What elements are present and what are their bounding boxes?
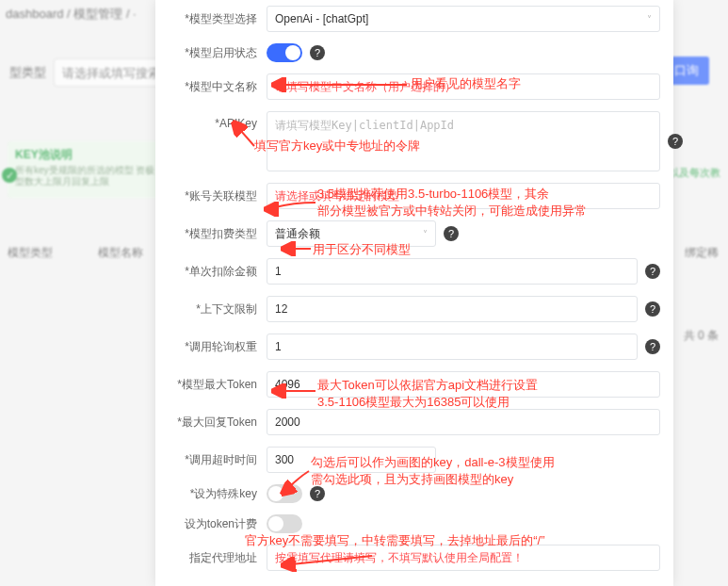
label-special-key: *设为特殊key <box>155 486 267 502</box>
model-type-value: OpenAi - [chatGpt] <box>275 12 368 25</box>
help-icon[interactable]: ? <box>645 301 660 317</box>
help-icon[interactable]: ? <box>645 264 660 279</box>
bg-notice-title: KEY池说明 <box>15 147 156 163</box>
label-weight: *调用轮询权重 <box>155 339 267 355</box>
label-per-deduct: *单次扣除金额 <box>155 264 267 280</box>
chevron-down-icon: ˅ <box>423 229 428 239</box>
bg-notice: ✓ KEY池说明 所有key受规限的所选的模型 资极型数大上限月回复上限 <box>8 141 164 198</box>
per-deduct-input[interactable] <box>267 258 638 285</box>
label-fee-type: *模型扣费类型 <box>155 226 267 242</box>
help-icon[interactable]: ? <box>310 486 325 501</box>
label-cn-name: *模型中文名称 <box>155 79 267 95</box>
label-max-reply-token: *最大回复Token <box>155 415 267 431</box>
label-model-type: *模型类型选择 <box>155 11 267 27</box>
chevron-down-icon: ˅ <box>647 14 652 24</box>
label-context-limit: *上下文限制 <box>155 301 267 317</box>
enable-toggle[interactable] <box>267 43 302 62</box>
help-icon[interactable]: ? <box>310 45 325 60</box>
max-reply-token-input[interactable] <box>267 409 660 435</box>
bg-th-3: 绑定稀 <box>685 245 719 261</box>
bind-model-input[interactable] <box>267 183 660 209</box>
label-enable: *模型启用状态 <box>155 45 267 61</box>
special-key-toggle[interactable] <box>267 484 302 503</box>
bg-search-label: 型类型 <box>9 64 46 81</box>
breadcrumb: dashboard / 模型管理 / · <box>6 6 137 23</box>
proxy-input[interactable] <box>267 545 660 571</box>
apikey-input[interactable] <box>267 111 660 171</box>
label-proxy: 指定代理地址 <box>155 550 267 566</box>
check-icon: ✓ <box>2 168 17 183</box>
label-timeout: *调用超时时间 <box>155 452 267 468</box>
bg-th-1: 模型类型 <box>8 245 53 261</box>
help-icon[interactable]: ? <box>645 339 660 354</box>
bg-side-text: 以及每次教 <box>669 166 720 180</box>
fee-type-select[interactable]: 普通余额 ˅ <box>267 220 436 247</box>
model-type-select[interactable]: OpenAi - [chatGpt] ˅ <box>267 6 660 32</box>
max-token-input[interactable] <box>267 371 660 398</box>
label-apikey: *APIKey <box>155 111 267 130</box>
weight-input[interactable] <box>267 334 638 360</box>
help-icon[interactable]: ? <box>444 226 459 241</box>
label-token-fee: 设为token计费 <box>155 516 267 532</box>
fee-type-value: 普通余额 <box>275 226 320 242</box>
bg-th-2: 模型名称 <box>98 245 143 261</box>
bg-search-input[interactable] <box>54 58 165 87</box>
bg-notice-body: 所有key受规限的所选的模型 资极型数大上限月回复上限 <box>15 165 156 187</box>
bg-total: 共 0 条 <box>684 328 719 344</box>
bg-table-head-left: 模型类型 模型名称 <box>8 245 143 261</box>
label-max-token: *模型最大Token <box>155 377 267 393</box>
bg-table-head-right: 绑定稀 <box>685 245 719 261</box>
help-icon[interactable]: ? <box>668 134 683 149</box>
label-bind-model: *账号关联模型 <box>155 188 267 204</box>
token-fee-toggle[interactable] <box>267 514 302 533</box>
context-limit-input[interactable] <box>267 296 638 322</box>
timeout-input[interactable] <box>267 447 436 473</box>
cn-name-input[interactable] <box>267 73 660 100</box>
model-form-modal: *模型类型选择 OpenAi - [chatGpt] ˅ *模型启用状态 ? *… <box>155 0 673 586</box>
